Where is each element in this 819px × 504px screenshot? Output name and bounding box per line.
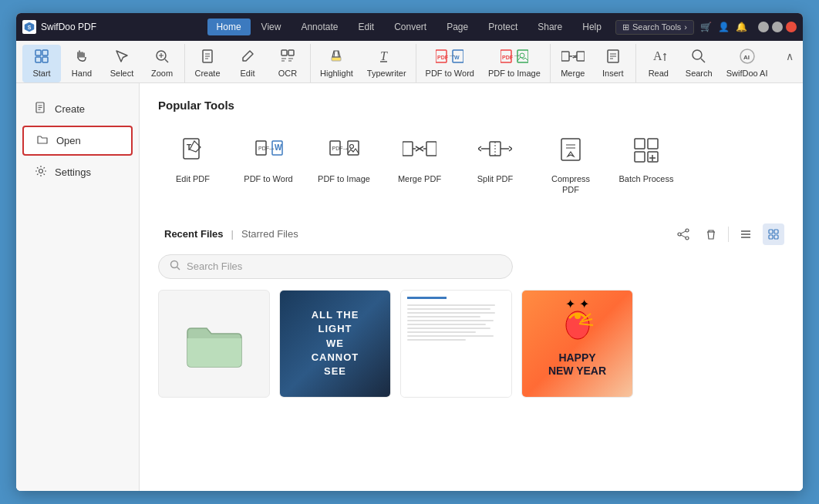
svg-text:PDF: PDF: [502, 55, 514, 60]
tool-pdf-to-image[interactable]: PDF→ PDF to Image: [309, 124, 379, 205]
svg-line-7: [165, 59, 168, 62]
chevron-right-icon: ›: [684, 22, 687, 32]
svg-text:W: W: [454, 55, 460, 60]
svg-text:W: W: [275, 143, 282, 152]
ribbon-select[interactable]: Select: [103, 45, 141, 82]
ribbon-edit-label: Edit: [241, 69, 255, 78]
tab-recent-files[interactable]: Recent Files: [158, 227, 230, 241]
doc-line: [407, 324, 486, 325]
ribbon-read[interactable]: A Read: [639, 45, 678, 82]
file-thumb-document[interactable]: [400, 290, 512, 398]
tab-protect[interactable]: Protect: [479, 18, 527, 35]
search-tools-button[interactable]: ⊞ Search Tools ›: [615, 20, 694, 35]
tab-annotate[interactable]: Annotate: [292, 18, 347, 35]
ribbon-pdf-to-image[interactable]: PDF→ PDF to Image: [482, 45, 547, 82]
svg-rect-5: [42, 57, 48, 62]
svg-rect-4: [35, 57, 41, 62]
tool-batch-process[interactable]: Batch Process: [612, 124, 681, 205]
ribbon-search-label: Search: [686, 69, 713, 78]
tool-edit-pdf[interactable]: T Edit PDF: [158, 124, 228, 205]
svg-rect-14: [281, 50, 287, 55]
ribbon-merge[interactable]: ⇌ Merge: [554, 45, 592, 82]
ribbon-highlight-label: Highlight: [320, 69, 353, 78]
user-icon[interactable]: 👤: [718, 22, 730, 32]
ribbon-create[interactable]: Create: [188, 45, 227, 82]
ribbon-ocr[interactable]: OCR: [268, 45, 307, 82]
tab-page[interactable]: Page: [437, 18, 477, 35]
svg-rect-20: [332, 57, 341, 61]
tab-share[interactable]: Share: [528, 18, 571, 35]
ribbon-insert[interactable]: Insert: [594, 45, 632, 82]
bell-icon[interactable]: 🔔: [736, 22, 747, 32]
ribbon-zoom[interactable]: Zoom: [143, 45, 181, 82]
ribbon-swifdoo-ai[interactable]: AI SwifDoo AI: [720, 45, 774, 82]
svg-rect-15: [288, 50, 294, 55]
ribbon-typewriter-label: Typewriter: [367, 69, 406, 78]
search-files-bar[interactable]: [158, 254, 513, 279]
tab-convert[interactable]: Convert: [385, 18, 436, 35]
ocr-icon: [279, 48, 296, 67]
search-tools-label: Search Tools: [632, 22, 681, 32]
delete-action-button[interactable]: [700, 223, 722, 245]
tab-view[interactable]: View: [252, 18, 291, 35]
grid-view-button[interactable]: [763, 223, 784, 245]
cart-icon[interactable]: 🛒: [700, 22, 712, 32]
maximize-button[interactable]: □: [772, 22, 783, 32]
list-view-button[interactable]: [735, 223, 757, 245]
ribbon-zoom-label: Zoom: [151, 69, 173, 78]
minimize-button[interactable]: ─: [758, 22, 769, 32]
highlight-icon: [328, 48, 345, 67]
tab-help[interactable]: Help: [573, 18, 611, 35]
ribbon-hand[interactable]: Hand: [62, 45, 101, 82]
tool-pdf-to-word[interactable]: PDF→W PDF to Word: [234, 124, 303, 205]
svg-text:S: S: [28, 25, 32, 30]
tool-split-pdf[interactable]: Split PDF: [460, 124, 530, 205]
tab-home[interactable]: Home: [207, 18, 251, 35]
ribbon-start[interactable]: Start: [22, 45, 61, 82]
ribbon-edit[interactable]: Edit: [228, 45, 267, 82]
svg-point-99: [575, 313, 581, 319]
ribbon-pdf-to-word[interactable]: PDF→W PDF to Word: [420, 45, 480, 82]
app-name: SwifDoo PDF: [41, 22, 203, 32]
ribbon-search[interactable]: Search: [679, 45, 719, 82]
svg-rect-80: [635, 152, 645, 162]
recent-tab-divider: |: [231, 228, 234, 240]
merge-pdf-label: Merge PDF: [398, 173, 441, 184]
file-thumb-book[interactable]: ALL THELIGHTWECANNOTSEE: [279, 290, 391, 398]
tab-edit[interactable]: Edit: [349, 18, 383, 35]
search-files-input[interactable]: [187, 260, 501, 272]
ribbon-highlight[interactable]: Highlight: [314, 45, 359, 82]
title-bar: S SwifDoo PDF Home View Annotate Edit Co…: [16, 13, 803, 41]
ribbon-typewriter[interactable]: T Typewriter: [361, 45, 413, 82]
doc-line: [407, 316, 480, 318]
split-pdf-icon: [478, 133, 512, 167]
edit-icon: [239, 48, 256, 67]
ribbon-collapse-button[interactable]: ∧: [783, 47, 797, 66]
ribbon-insert-label: Insert: [602, 69, 624, 78]
svg-rect-67: [403, 142, 413, 156]
split-pdf-label: Split PDF: [477, 173, 513, 184]
sidebar: Create Open Settings: [16, 83, 140, 491]
svg-rect-3: [42, 50, 48, 55]
close-button[interactable]: ✕: [786, 22, 797, 32]
file-thumb-newyear[interactable]: ✦ ✦ HAPPYNEW YEAR: [521, 290, 633, 398]
file-thumb-folder[interactable]: [158, 290, 270, 398]
tab-starred-files[interactable]: Starred Files: [235, 227, 305, 241]
batch-process-label: Batch Process: [619, 173, 674, 184]
tool-compress-pdf[interactable]: Compress PDF: [536, 124, 605, 205]
doc-line: [407, 339, 466, 341]
merge-pdf-icon: [403, 133, 436, 167]
tool-merge-pdf[interactable]: Merge PDF: [385, 124, 454, 205]
share-action-button[interactable]: [672, 223, 694, 245]
svg-text:T: T: [380, 49, 388, 62]
ribbon: Start Hand Select Zoom: [16, 41, 803, 83]
svg-rect-78: [635, 139, 645, 149]
ribbon-divider-3: [416, 44, 416, 82]
sidebar-item-open[interactable]: Open: [22, 126, 133, 156]
sidebar-item-settings[interactable]: Settings: [22, 159, 133, 186]
svg-rect-36: [577, 52, 585, 61]
svg-rect-92: [769, 230, 773, 234]
search-files-icon: [170, 260, 180, 274]
sidebar-item-create[interactable]: Create: [22, 96, 133, 123]
svg-rect-95: [774, 235, 778, 239]
